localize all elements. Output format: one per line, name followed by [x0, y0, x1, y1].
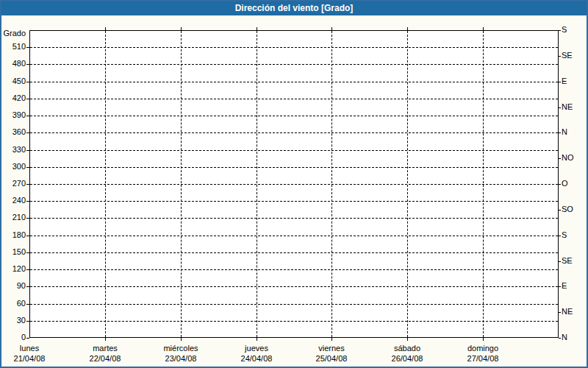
title-bar: Dirección del viento [Grado]	[1, 1, 587, 15]
day-name: sábado	[370, 343, 444, 353]
y-axis-tick-label: 180	[1, 230, 26, 240]
h-gridline	[30, 150, 558, 151]
y-axis-tick	[26, 47, 29, 48]
compass-label: SE	[562, 51, 573, 60]
compass-tick	[559, 210, 561, 210]
compass-label: S	[562, 25, 567, 35]
compass-tick	[559, 338, 561, 339]
compass-tick	[559, 30, 561, 31]
day-date: 27/04/08	[446, 353, 520, 364]
y-axis-tick-label: 300	[1, 162, 26, 171]
chart-title: Dirección del viento [Grado]	[235, 3, 354, 13]
y-axis-tick-label: 30	[1, 316, 26, 325]
h-gridline	[30, 64, 558, 65]
compass-tick	[559, 82, 561, 82]
y-axis-tick-label: 330	[1, 145, 26, 155]
day-top-tick	[257, 27, 257, 30]
compass-label: E	[562, 77, 567, 86]
compass-label: E	[562, 281, 567, 291]
x-day-label: domingo27/04/08	[446, 343, 520, 364]
v-gridline	[407, 31, 408, 337]
y-axis-tick	[26, 252, 29, 253]
day-name: lunes	[0, 343, 66, 353]
compass-tick	[559, 261, 561, 262]
h-gridline	[30, 99, 558, 99]
compass-tick	[559, 312, 561, 313]
x-day-label: miércoles23/04/08	[144, 343, 218, 364]
y-axis-tick	[26, 304, 29, 305]
h-gridline	[30, 47, 558, 48]
y-axis-tick-label: 120	[1, 264, 26, 274]
y-axis-tick	[26, 167, 29, 168]
h-gridline	[30, 321, 558, 322]
day-date: 23/04/08	[144, 353, 218, 364]
h-gridline	[30, 304, 558, 305]
y-axis-tick	[26, 236, 29, 236]
y-axis-tick-label: 450	[1, 77, 26, 86]
y-axis-tick-label: 420	[1, 93, 26, 103]
y-axis-tick	[26, 99, 29, 99]
compass-label: SE	[562, 256, 573, 266]
y-axis-tick-label: 150	[1, 247, 26, 257]
h-gridline	[30, 286, 558, 287]
compass-tick	[559, 56, 561, 57]
h-gridline	[30, 236, 558, 236]
y-axis-tick-label: 210	[1, 213, 26, 222]
v-gridline	[181, 31, 182, 337]
day-name: viernes	[295, 343, 368, 353]
h-gridline	[30, 184, 558, 185]
h-gridline	[30, 167, 558, 168]
x-day-label: lunes21/04/08	[0, 343, 66, 364]
compass-label: O	[562, 179, 568, 188]
v-gridline	[257, 31, 257, 337]
y-axis-tick	[26, 201, 29, 202]
compass-label: NE	[562, 307, 573, 316]
y-axis-tick	[26, 286, 29, 287]
day-bottom-tick	[181, 338, 182, 341]
day-bottom-tick	[407, 338, 408, 341]
v-gridline	[105, 31, 106, 337]
day-bottom-tick	[257, 338, 257, 341]
h-gridline	[30, 132, 558, 133]
y-axis-tick	[26, 321, 29, 322]
compass-tick	[559, 132, 561, 133]
h-gridline	[30, 218, 558, 219]
x-day-label: viernes25/04/08	[295, 343, 368, 364]
day-top-tick	[483, 27, 484, 30]
day-top-tick	[181, 27, 182, 30]
compass-label: NE	[562, 102, 573, 112]
compass-tick	[559, 236, 561, 236]
y-axis-tick	[26, 116, 29, 116]
day-name: martes	[68, 343, 142, 353]
y-axis-tick-label: 60	[1, 299, 26, 308]
chart-window: Dirección del viento [Grado] Grado 51048…	[0, 0, 588, 368]
x-day-label: sábado26/04/08	[370, 343, 444, 364]
day-bottom-tick	[105, 338, 106, 341]
h-gridline	[30, 116, 558, 116]
y-axis-tick	[26, 82, 29, 82]
day-top-tick	[331, 27, 332, 30]
h-gridline	[30, 82, 558, 82]
day-bottom-tick	[331, 338, 332, 341]
y-axis-tick-label: 90	[1, 281, 26, 291]
day-name: jueves	[220, 343, 293, 353]
y-axis-tick-label: 510	[1, 42, 26, 52]
compass-label: N	[562, 333, 567, 342]
day-bottom-tick	[483, 338, 484, 341]
x-day-label: jueves24/04/08	[220, 343, 293, 364]
y-axis-tick-label: 240	[1, 196, 26, 205]
x-day-label: martes22/04/08	[68, 343, 142, 364]
y-axis-tick	[26, 132, 29, 133]
v-gridline	[331, 31, 332, 337]
compass-tick	[559, 286, 561, 287]
day-date: 24/04/08	[220, 353, 293, 364]
day-date: 21/04/08	[0, 353, 66, 364]
y-axis-tick-label: 480	[1, 59, 26, 68]
day-name: miércoles	[144, 343, 218, 353]
y-axis-title: Grado	[1, 29, 26, 38]
h-gridline	[30, 201, 558, 202]
y-axis-tick	[26, 218, 29, 219]
day-date: 22/04/08	[68, 353, 142, 364]
compass-label: NO	[562, 153, 574, 163]
day-name: domingo	[446, 343, 520, 353]
